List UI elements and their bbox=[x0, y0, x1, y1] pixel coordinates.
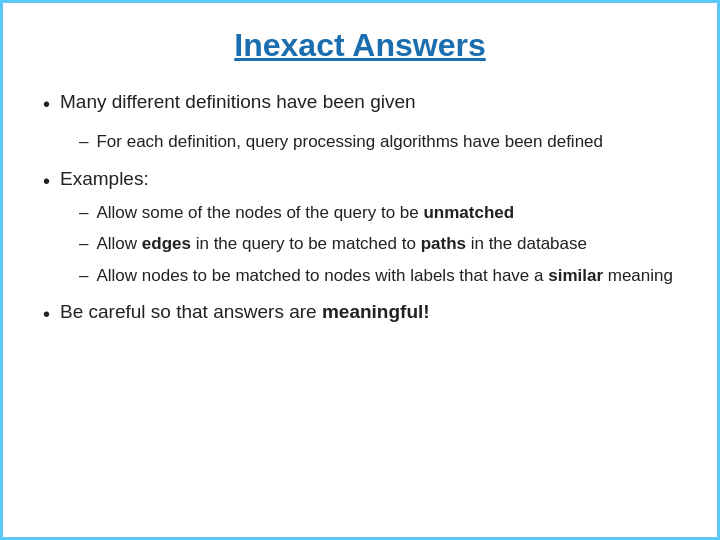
bullet-1: • Many different definitions have been g… bbox=[43, 88, 677, 119]
bold-unmatched: unmatched bbox=[423, 203, 514, 222]
bullet-dot-3: • bbox=[43, 299, 50, 329]
bullet-text-3: Be careful so that answers are meaningfu… bbox=[60, 298, 430, 327]
dash-icon: – bbox=[79, 200, 88, 226]
sub-text-2-2: Allow edges in the query to be matched t… bbox=[96, 231, 677, 257]
bold-edges: edges bbox=[142, 234, 191, 253]
bullet-3: • Be careful so that answers are meaning… bbox=[43, 298, 677, 329]
dash-icon: – bbox=[79, 231, 88, 257]
dash-icon: – bbox=[79, 129, 88, 155]
sub-bullet-2-3: – Allow nodes to be matched to nodes wit… bbox=[79, 263, 677, 289]
sub-bullet-2-2: – Allow edges in the query to be matched… bbox=[79, 231, 677, 257]
bullet-text-2: Examples: bbox=[60, 165, 149, 194]
sub-bullet-1-1: – For each definition, query processing … bbox=[79, 129, 677, 155]
bullet-text-1: Many different definitions have been giv… bbox=[60, 88, 416, 117]
sub-text-2-3: Allow nodes to be matched to nodes with … bbox=[96, 263, 677, 289]
slide-title: Inexact Answers bbox=[43, 27, 677, 64]
sub-bullets-1: – For each definition, query processing … bbox=[79, 129, 677, 155]
sub-bullets-2: – Allow some of the nodes of the query t… bbox=[79, 200, 677, 289]
bullet-dot-2: • bbox=[43, 166, 50, 196]
bold-paths: paths bbox=[421, 234, 466, 253]
bullet-dot-1: • bbox=[43, 89, 50, 119]
slide: Inexact Answers • Many different definit… bbox=[0, 0, 720, 540]
bullet-2: • Examples: bbox=[43, 165, 677, 196]
dash-icon: – bbox=[79, 263, 88, 289]
bold-similar: similar bbox=[548, 266, 603, 285]
sub-text-1-1: For each definition, query processing al… bbox=[96, 129, 677, 155]
slide-content: • Many different definitions have been g… bbox=[43, 88, 677, 517]
sub-bullet-2-1: – Allow some of the nodes of the query t… bbox=[79, 200, 677, 226]
sub-text-2-1: Allow some of the nodes of the query to … bbox=[96, 200, 677, 226]
bold-meaningful: meaningful! bbox=[322, 301, 430, 322]
